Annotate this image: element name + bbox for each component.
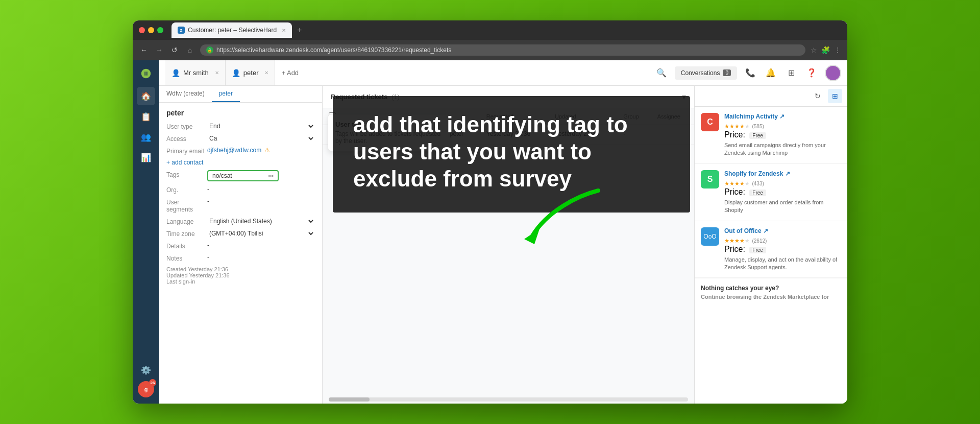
sidebar-item-settings[interactable]: ⚙️: [137, 361, 155, 379]
sidebar-item-tickets[interactable]: 📋: [137, 107, 155, 126]
user-type-value: End: [207, 122, 315, 130]
user-icon-peter: 👤: [232, 69, 240, 77]
refresh-button[interactable]: ↺: [169, 46, 180, 54]
reports-icon: 📊: [141, 153, 151, 162]
shopify-name[interactable]: Shopify for Zendesk ↗: [724, 170, 841, 177]
tickets-icon: 📋: [141, 112, 151, 122]
org-label: Org.: [166, 185, 207, 194]
col-assignee[interactable]: Assignee: [651, 108, 694, 125]
tag-input[interactable]: [212, 172, 266, 179]
col-group[interactable]: Group: [617, 108, 651, 125]
phone-icon[interactable]: 📞: [743, 66, 757, 80]
field-row-details: Details -: [166, 242, 315, 250]
tag-dots: •••: [268, 173, 274, 179]
updated-label: Updated: [166, 272, 188, 278]
mailchimp-price-row: Price: Free: [724, 130, 841, 139]
tab-close-icon[interactable]: ✕: [282, 28, 286, 33]
field-row-notes: Notes -: [166, 254, 315, 262]
timezone-select[interactable]: (GMT+04:00) Tbilisi: [207, 229, 315, 238]
col-updated[interactable]: Updated: [549, 108, 617, 125]
grid-icon[interactable]: ⊞: [784, 66, 798, 80]
conversations-button[interactable]: Conversations 0: [675, 66, 737, 80]
field-row-user-type: User type End: [166, 122, 315, 130]
email-value[interactable]: djfsbehj@wdfw.com: [207, 147, 261, 154]
tags-label: Tags: [166, 170, 207, 178]
home-button[interactable]: ⌂: [185, 46, 195, 54]
row-group: -: [617, 125, 651, 145]
add-contact-link[interactable]: + add contact: [166, 159, 315, 166]
col-requested[interactable]: Requested: [480, 108, 549, 125]
mailchimp-stars: ★★★★: [724, 123, 745, 129]
maximize-button[interactable]: [157, 27, 163, 33]
tab-peter[interactable]: 👤 peter ✕: [226, 60, 276, 85]
tab-mr-smith-close[interactable]: ✕: [215, 70, 219, 76]
profile-tab-peter[interactable]: peter: [212, 86, 240, 102]
notes-label: Notes: [166, 254, 207, 262]
mailchimp-reviews: (585): [752, 124, 764, 129]
out-of-office-icon: OoO: [701, 227, 719, 246]
access-select[interactable]: Ca: [207, 134, 315, 143]
back-button[interactable]: ←: [139, 46, 149, 54]
access-label: Access: [166, 134, 207, 143]
bookmark-icon[interactable]: ☆: [811, 46, 817, 54]
marketplace-item-shopify: S Shopify for Zendesk ↗ ★★★★★ (433) Pric…: [695, 164, 847, 221]
url-bar[interactable]: 🔒 https://selectivehardware.zendesk.com/…: [200, 44, 805, 56]
refresh-panel-button[interactable]: ↻: [811, 89, 825, 103]
mailchimp-name[interactable]: Mailchimp Activity ↗: [724, 113, 841, 120]
org-value: -: [207, 185, 315, 193]
details-value: -: [207, 242, 315, 249]
top-nav-actions: 🔍 Conversations 0 📞 🔔 ⊞ ❓: [654, 65, 841, 81]
nothing-catches-desc: Continue browsing the Zendesk Marketplac…: [701, 294, 841, 300]
extensions-icon[interactable]: 🧩: [821, 46, 830, 54]
marketplace-panel: ↻ ⊞ C Mailchimp Activity ↗ ★★★★★ (58: [694, 86, 847, 404]
add-tab-button[interactable]: + Add: [275, 60, 305, 85]
mailchimp-icon: C: [701, 113, 719, 131]
out-of-office-price-row: Price: Free: [724, 245, 841, 254]
browser-window: Z Customer: peter – SelectiveHard ✕ + ← …: [133, 20, 847, 404]
user-avatar-nav[interactable]: [825, 65, 841, 81]
language-select[interactable]: English (United States): [207, 217, 315, 225]
sidebar-logo: [139, 66, 153, 81]
tab-mr-smith-label: Mr smith: [183, 69, 209, 77]
profile-tabs: Wdfw (create) peter: [159, 86, 322, 103]
row-updated: Yesterday 21:48: [549, 125, 617, 145]
minimize-button[interactable]: [148, 27, 154, 33]
out-of-office-name[interactable]: Out of Office ↗: [724, 227, 841, 234]
help-icon[interactable]: ❓: [804, 66, 819, 80]
search-button[interactable]: 🔍: [654, 66, 669, 80]
user-icon-smith: 👤: [172, 69, 180, 77]
tickets-title: Requested tickets (1): [331, 93, 400, 101]
timezone-label: Time zone: [166, 229, 207, 238]
title-bar: Z Customer: peter – SelectiveHard ✕ +: [133, 20, 847, 40]
new-tab-button[interactable]: +: [293, 26, 306, 35]
browser-tab-active[interactable]: Z Customer: peter – SelectiveHard ✕: [172, 22, 292, 38]
sidebar-avatar[interactable]: g 26: [138, 381, 154, 397]
grid-view-button[interactable]: ⊞: [828, 89, 842, 103]
mailchimp-rating: ★★★★★ (585): [724, 121, 841, 130]
out-of-office-desc: Manage, display, and act on the availabi…: [724, 256, 841, 272]
profile-tab-wdfw[interactable]: Wdfw (create): [159, 86, 212, 102]
bottom-scrollbar[interactable]: [329, 397, 688, 402]
app-container: 🏠 📋 👥 📊 ⚙️ g 26: [133, 60, 847, 404]
sidebar-item-reports[interactable]: 📊: [137, 148, 155, 167]
bell-icon[interactable]: 🔔: [764, 66, 778, 80]
sidebar-item-home[interactable]: 🏠: [137, 87, 155, 105]
user-type-select[interactable]: End: [207, 122, 315, 130]
close-button[interactable]: [139, 27, 145, 33]
browser-tab-title: Customer: peter – SelectiveHard: [188, 27, 277, 34]
sidebar-item-users[interactable]: 👥: [137, 128, 155, 146]
user-segments-value: -: [207, 198, 315, 205]
tag-input-wrapper[interactable]: •••: [207, 170, 279, 181]
tickets-scroll[interactable]: Ticket status ID Subject Requested Updat…: [323, 108, 694, 397]
forward-button[interactable]: →: [154, 46, 164, 54]
out-of-office-content: Out of Office ↗ ★★★★★ (2612) Price: Free…: [724, 227, 841, 272]
field-row-email: Primary email djfsbehj@wdfw.com ⚠: [166, 147, 315, 155]
mailchimp-price: Free: [749, 132, 766, 139]
tab-mr-smith[interactable]: 👤 Mr smith ✕: [165, 60, 226, 85]
menu-icon[interactable]: ⋮: [834, 46, 841, 54]
right-panel-toolbar: ↻ ⊞: [695, 86, 847, 107]
created-row: Created Yesterday 21:36: [166, 266, 315, 272]
tickets-dropdown-icon[interactable]: ▾: [682, 92, 686, 102]
tab-peter-close[interactable]: ✕: [264, 70, 268, 76]
last-signin-row: Last sign-in: [166, 278, 315, 285]
